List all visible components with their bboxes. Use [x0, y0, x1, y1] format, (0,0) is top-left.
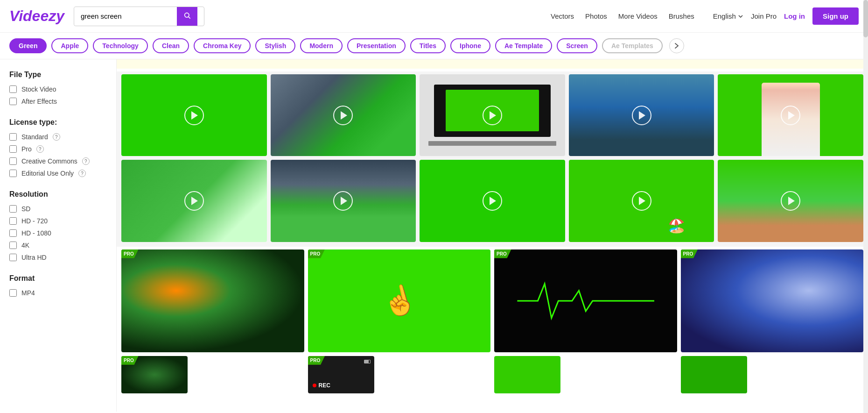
pro-thumb-1[interactable]: PRO	[121, 249, 304, 352]
mp4-checkbox[interactable]	[9, 289, 17, 297]
tag-clean[interactable]: Clean	[153, 38, 189, 53]
tag-apple[interactable]: Apple	[51, 38, 88, 53]
filter-hd1080[interactable]: HD - 1080	[9, 229, 107, 237]
play-button-6[interactable]	[184, 191, 204, 211]
play-button-8[interactable]	[483, 191, 502, 211]
grid-row-2: 🏖️	[121, 160, 863, 242]
play-button-2[interactable]	[333, 106, 353, 125]
filter-hd720[interactable]: HD - 720	[9, 217, 107, 225]
pro-thumb-7[interactable]	[494, 356, 560, 393]
tags-bar: Green Apple Technology Clean Chroma Key …	[0, 33, 868, 59]
hd1080-checkbox[interactable]	[9, 229, 17, 237]
sd-checkbox[interactable]	[9, 205, 17, 213]
filter-pro[interactable]: Pro ?	[9, 145, 107, 153]
rec-label: REC	[319, 382, 330, 389]
pro-thumb-3[interactable]: PRO	[494, 249, 677, 352]
editorial-use-checkbox[interactable]	[9, 170, 17, 177]
video-thumb-5[interactable]	[718, 74, 863, 156]
tag-screen[interactable]: Screen	[557, 38, 597, 53]
pro-thumb-6[interactable]: REC PRO	[308, 356, 374, 393]
nav-photos[interactable]: Photos	[585, 12, 607, 20]
tag-titles[interactable]: Titles	[410, 38, 446, 53]
search-button[interactable]	[177, 7, 197, 26]
play-button-7[interactable]	[333, 191, 353, 211]
tag-technology[interactable]: Technology	[93, 38, 148, 53]
filter-4k[interactable]: 4K	[9, 242, 107, 249]
tag-stylish[interactable]: Stylish	[255, 38, 295, 53]
creative-commons-label: Creative Commons	[21, 157, 77, 165]
stock-video-checkbox[interactable]	[9, 85, 17, 93]
filter-stock-video[interactable]: Stock Video	[9, 85, 107, 93]
join-pro-link[interactable]: Join Pro	[751, 12, 777, 20]
ultra-hd-checkbox[interactable]	[9, 254, 17, 261]
nav-brushes[interactable]: Brushes	[669, 12, 694, 20]
battery-indicator	[364, 360, 371, 363]
video-thumb-1[interactable]	[121, 74, 267, 156]
standard-checkbox[interactable]	[9, 133, 17, 141]
pro-thumb-2[interactable]: ☝️ PRO	[308, 249, 491, 352]
pro-checkbox[interactable]	[9, 145, 17, 153]
pro-thumb-4[interactable]: PRO	[681, 249, 864, 352]
pro-thumb-5[interactable]: PRO	[121, 356, 188, 393]
play-triangle-icon-8	[490, 197, 496, 205]
search-input[interactable]	[74, 7, 177, 25]
pro-grid-row-1: PRO ☝️ PRO PRO PRO	[117, 249, 868, 352]
tag-modern[interactable]: Modern	[300, 38, 343, 53]
play-button-5[interactable]	[781, 106, 800, 125]
video-thumb-7[interactable]	[271, 160, 416, 242]
filter-ultra-hd[interactable]: Ultra HD	[9, 254, 107, 261]
video-thumb-6[interactable]	[121, 160, 267, 242]
filter-editorial-use[interactable]: Editorial Use Only ?	[9, 170, 107, 177]
play-button-10[interactable]	[781, 191, 800, 211]
tag-ae-template[interactable]: Ae Template	[495, 38, 552, 53]
tag-iphone[interactable]: Iphone	[450, 38, 490, 53]
scrollbar-thumb[interactable]	[863, 0, 868, 37]
hd720-label: HD - 720	[21, 217, 48, 225]
editorial-help-icon[interactable]: ?	[78, 170, 86, 177]
hd720-checkbox[interactable]	[9, 217, 17, 225]
play-button-3[interactable]	[483, 106, 502, 125]
play-triangle-icon-3	[490, 111, 496, 120]
filter-standard[interactable]: Standard ?	[9, 133, 107, 141]
play-button-4[interactable]	[632, 106, 651, 125]
login-button[interactable]: Log in	[784, 12, 805, 20]
video-thumb-3[interactable]	[420, 74, 565, 156]
filter-after-effects[interactable]: After Effects	[9, 98, 107, 105]
play-triangle-icon-9	[639, 197, 645, 205]
creative-commons-checkbox[interactable]	[9, 157, 17, 165]
4k-checkbox[interactable]	[9, 242, 17, 249]
pro-badge-1: PRO	[121, 249, 139, 258]
file-type-section: File Type Stock Video After Effects	[9, 71, 107, 105]
video-thumb-9[interactable]: 🏖️	[569, 160, 714, 242]
tag-green[interactable]: Green	[9, 38, 47, 53]
free-grid-section: 🏖️	[117, 71, 868, 247]
tags-next-button[interactable]	[669, 38, 684, 53]
pro-thumb-8[interactable]	[681, 356, 747, 393]
creative-commons-help-icon[interactable]: ?	[82, 157, 90, 165]
logo[interactable]: Videezy	[9, 7, 64, 25]
after-effects-label: After Effects	[21, 98, 57, 105]
file-type-title: File Type	[9, 71, 107, 79]
standard-help-icon[interactable]: ?	[53, 133, 60, 141]
chevron-down-icon	[738, 14, 743, 19]
video-thumb-4[interactable]	[569, 74, 714, 156]
auth-section: English Join Pro Log in Sign up	[713, 7, 859, 25]
play-button-9[interactable]	[632, 191, 651, 211]
filter-creative-commons[interactable]: Creative Commons ?	[9, 157, 107, 165]
filter-sd[interactable]: SD	[9, 205, 107, 213]
signup-button[interactable]: Sign up	[812, 7, 859, 25]
video-thumb-10[interactable]	[718, 160, 863, 242]
video-thumb-8[interactable]	[420, 160, 565, 242]
after-effects-checkbox[interactable]	[9, 98, 17, 105]
pro-badge-4: PRO	[681, 249, 698, 258]
nav-vectors[interactable]: Vectors	[551, 12, 574, 20]
tag-chroma-key[interactable]: Chroma Key	[194, 38, 251, 53]
language-selector[interactable]: English	[713, 12, 743, 20]
tag-presentation[interactable]: Presentation	[347, 38, 406, 53]
play-button-1[interactable]	[184, 106, 204, 125]
tag-ae-templates[interactable]: Ae Templates	[602, 38, 663, 53]
pro-help-icon[interactable]: ?	[36, 145, 44, 153]
filter-mp4[interactable]: MP4	[9, 289, 107, 297]
nav-more-videos[interactable]: More Videos	[618, 12, 658, 20]
video-thumb-2[interactable]	[271, 74, 416, 156]
